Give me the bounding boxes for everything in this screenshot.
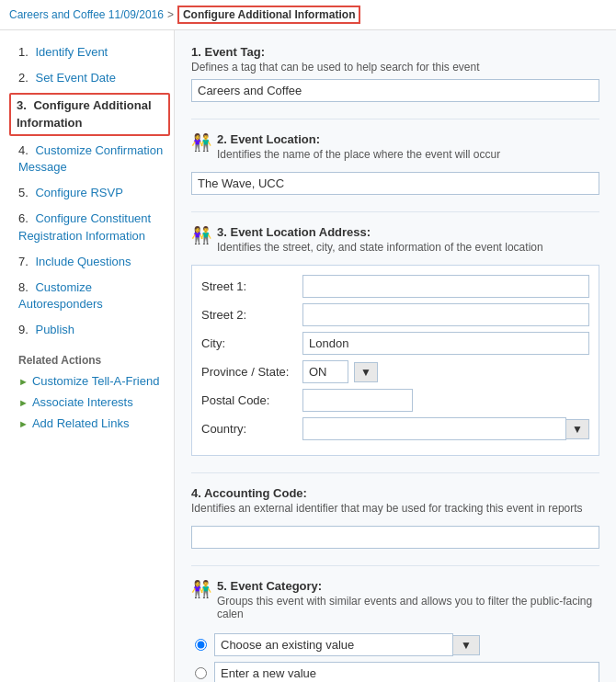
accounting-code-input[interactable] bbox=[191, 526, 599, 549]
country-row: Country: ▼ bbox=[201, 417, 589, 440]
street1-input[interactable] bbox=[302, 275, 589, 298]
city-label: City: bbox=[201, 336, 302, 350]
section-event-category: 👫 5. Event Category: Groups this event w… bbox=[191, 579, 599, 682]
section5-radio2[interactable] bbox=[195, 667, 207, 679]
section4-title: 4. Accounting Code: bbox=[191, 486, 307, 500]
sidebar-item-identify-event[interactable]: 1. Identify Event bbox=[0, 40, 174, 65]
section-event-location-address: 👫 3. Event Location Address: Identifies … bbox=[191, 225, 599, 456]
main-layout: 1. Identify Event 2. Set Event Date 3. C… bbox=[0, 30, 616, 682]
section5-radio2-row bbox=[195, 662, 599, 682]
sidebar-related-add-related-links[interactable]: ► Add Related Links bbox=[0, 413, 174, 434]
province-row: Province / State: ▼ bbox=[201, 360, 589, 383]
sidebar-related-associate-interests[interactable]: ► Associate Interests bbox=[0, 392, 174, 413]
address-box: Street 1: Street 2: City: bbox=[191, 265, 599, 456]
section5-radio1-row: ▼ bbox=[195, 633, 599, 656]
section3-title: 3. Event Location Address: bbox=[217, 225, 371, 239]
street1-row: Street 1: bbox=[201, 275, 589, 298]
street2-row: Street 2: bbox=[201, 303, 589, 326]
country-input[interactable] bbox=[302, 417, 566, 440]
arrow-icon-2: ► bbox=[18, 397, 29, 408]
sidebar-item-include-questions[interactable]: 7. Include Questions bbox=[0, 249, 174, 275]
sidebar: 1. Identify Event 2. Set Event Date 3. C… bbox=[0, 30, 175, 682]
section1-title: 1. Event Tag: bbox=[191, 45, 265, 59]
sidebar-related-customize-tell-a-friend[interactable]: ► Customize Tell-A-Friend bbox=[0, 370, 174, 392]
sidebar-item-configure-constituent[interactable]: 6. Configure ConstituentRegistration Inf… bbox=[0, 206, 174, 248]
sidebar-item-publish[interactable]: 9. Publish bbox=[0, 317, 174, 343]
sidebar-item-configure-rsvp[interactable]: 5. Configure RSVP bbox=[0, 180, 174, 206]
people-icon-5: 👫 bbox=[191, 579, 211, 599]
page-wrapper: Careers and Coffee 11/09/2016 > Configur… bbox=[0, 0, 616, 682]
section1-desc: Defines a tag that can be used to help s… bbox=[191, 61, 599, 74]
postal-row: Postal Code: bbox=[201, 389, 589, 412]
breadcrumb-link[interactable]: Careers and Coffee 11/09/2016 bbox=[9, 8, 164, 21]
section2-title: 2. Event Location: bbox=[217, 132, 320, 146]
breadcrumb-separator: > bbox=[167, 8, 174, 21]
section4-desc: Identifies an external identifier that m… bbox=[191, 502, 599, 515]
event-location-input[interactable] bbox=[191, 172, 599, 195]
section5-radio1[interactable] bbox=[195, 639, 207, 651]
province-label: Province / State: bbox=[201, 365, 302, 379]
province-dropdown-btn[interactable]: ▼ bbox=[354, 362, 378, 382]
breadcrumb: Careers and Coffee 11/09/2016 > Configur… bbox=[0, 0, 616, 30]
people-icon-3: 👫 bbox=[191, 225, 211, 245]
section-accounting-code: 4. Accounting Code: Identifies an extern… bbox=[191, 486, 599, 549]
content-area: 1. Event Tag: Defines a tag that can be … bbox=[175, 30, 616, 682]
sidebar-item-set-event-date[interactable]: 2. Set Event Date bbox=[0, 65, 174, 91]
arrow-icon-3: ► bbox=[18, 418, 29, 429]
section-event-tag: 1. Event Tag: Defines a tag that can be … bbox=[191, 45, 599, 102]
province-input[interactable] bbox=[302, 360, 348, 383]
street2-label: Street 2: bbox=[201, 308, 302, 322]
country-label: Country: bbox=[201, 422, 302, 436]
related-actions-label: Related Actions bbox=[0, 343, 174, 370]
arrow-icon: ► bbox=[18, 376, 29, 387]
sidebar-item-configure-additional[interactable]: 3. Configure AdditionalInformation bbox=[9, 93, 170, 135]
divider-3 bbox=[191, 472, 599, 473]
divider-1 bbox=[191, 119, 599, 119]
section2-desc: Identifies the name of the place where t… bbox=[217, 148, 500, 161]
section-event-location: 👫 2. Event Location: Identifies the name… bbox=[191, 132, 599, 195]
section5-desc: Groups this event with similar events an… bbox=[217, 595, 599, 620]
section5-title: 5. Event Category: bbox=[217, 579, 322, 593]
breadcrumb-current: Configure Additional Information bbox=[177, 6, 361, 24]
section5-existing-value-input[interactable] bbox=[214, 633, 453, 656]
event-tag-input[interactable] bbox=[191, 79, 599, 102]
section5-dropdown-btn[interactable]: ▼ bbox=[453, 635, 480, 655]
section3-desc: Identifies the street, city, and state i… bbox=[217, 241, 543, 254]
divider-2 bbox=[191, 211, 599, 212]
city-row: City: bbox=[201, 332, 589, 355]
sidebar-item-customize-autoresponders[interactable]: 8. CustomizeAutoresponders bbox=[0, 275, 174, 317]
street1-label: Street 1: bbox=[201, 279, 302, 293]
street2-input[interactable] bbox=[302, 303, 589, 326]
divider-4 bbox=[191, 565, 599, 566]
sidebar-item-customize-confirmation[interactable]: 4. Customize ConfirmationMessage bbox=[0, 138, 174, 180]
section5-new-value-input[interactable] bbox=[214, 662, 599, 682]
postal-label: Postal Code: bbox=[201, 393, 302, 407]
postal-input[interactable] bbox=[302, 389, 413, 412]
people-icon-2: 👫 bbox=[191, 132, 211, 153]
country-dropdown-btn[interactable]: ▼ bbox=[566, 419, 589, 439]
city-input[interactable] bbox=[302, 332, 589, 355]
